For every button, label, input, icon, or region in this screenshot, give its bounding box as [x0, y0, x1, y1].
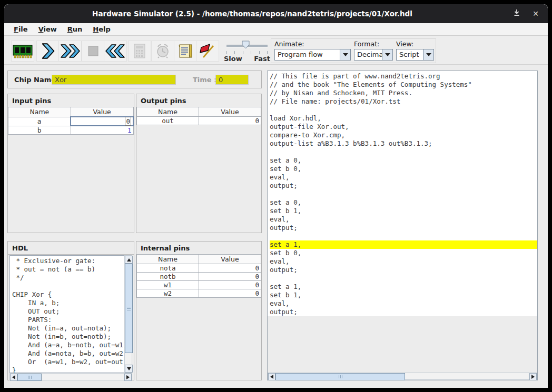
scroll-down-arrow[interactable]	[125, 365, 133, 373]
window-title: Hardware Simulator (2.5) - /home/thomas/…	[4, 4, 500, 23]
pin-row: b1	[8, 126, 134, 135]
menu-item-run[interactable]: Run	[62, 25, 88, 33]
menu-item-file[interactable]: File	[8, 25, 33, 33]
hdl-line: And (a=a, b=notb, out=w1);	[12, 341, 124, 349]
slider-thumb[interactable]	[242, 41, 250, 49]
step-forward-icon	[40, 43, 56, 59]
scroll-right-arrow[interactable]	[124, 374, 132, 381]
minimize-icon[interactable]	[511, 8, 523, 19]
hscroll-thumb[interactable]	[275, 373, 405, 380]
slider-ticks	[226, 51, 268, 54]
clock-button	[151, 41, 174, 62]
chevron-down-icon[interactable]	[423, 49, 433, 60]
speed-slider[interactable]: Slow Fast	[224, 38, 270, 63]
pin-row: a0	[8, 117, 134, 126]
script-line: set b 0,	[270, 165, 537, 173]
hdl-line: Not (in=b, out=notb);	[12, 333, 124, 341]
output-pins-title: Output pins	[136, 94, 261, 107]
script-panel: // This file is part of www.nand2tetris.…	[267, 71, 538, 380]
hdl-line	[12, 282, 124, 290]
column-header-value: Value	[199, 107, 261, 117]
hscroll-thumb[interactable]	[17, 374, 42, 381]
run-button[interactable]	[58, 41, 82, 62]
script-line: // This file is part of www.nand2tetris.…	[270, 72, 537, 81]
chevron-down-icon[interactable]	[382, 49, 392, 60]
scroll-right-arrow[interactable]	[529, 373, 537, 380]
app-window: Hardware Simulator (2.5) - /home/thomas/…	[4, 4, 548, 388]
script-line: eval,	[270, 257, 537, 266]
hdl-line: CHIP Xor {	[12, 290, 124, 299]
pin-value-field[interactable]: 0	[199, 117, 261, 125]
script-line: set a 0,	[270, 156, 537, 165]
script-line: set a 0,	[270, 198, 537, 207]
pin-value-field[interactable]: 0	[199, 273, 261, 281]
combo-group: Animate: Program flow Format: Decimal Vi…	[271, 38, 436, 63]
script-line: set a 1,	[270, 240, 537, 249]
load-chip-button[interactable]	[11, 41, 34, 62]
red-flag-icon	[199, 43, 216, 59]
calculator-button	[128, 41, 151, 62]
script-line: set b 0,	[270, 249, 537, 257]
hdl-line: * Exclusive-or gate:	[12, 257, 124, 265]
input-pins-table: NameValuea0b1	[8, 107, 134, 135]
single-step-button[interactable]	[36, 41, 60, 62]
close-icon[interactable]: ✕	[530, 8, 541, 19]
menu-item-view[interactable]: View	[33, 25, 62, 33]
menu-bar: FileViewRunHelp	[4, 23, 548, 36]
pin-name: notb	[137, 273, 199, 281]
column-header-name: Name	[137, 107, 199, 117]
format-select[interactable]: Decimal	[354, 49, 393, 61]
hdl-line: PARTS:	[12, 316, 124, 324]
pin-value-field[interactable]: 0	[71, 117, 133, 126]
scroll-left-arrow[interactable]	[10, 374, 17, 381]
view-select[interactable]: Script	[396, 49, 434, 61]
time-field: 0	[215, 75, 249, 85]
hdl-line: And (a=nota, b=b, out=w2);	[12, 349, 124, 358]
scroll-up-arrow[interactable]	[125, 256, 133, 264]
title-bar[interactable]: Hardware Simulator (2.5) - /home/thomas/…	[4, 4, 548, 23]
breakpoints-button[interactable]	[196, 41, 219, 62]
column-header-name: Name	[8, 107, 71, 117]
script-line: load Xor.hdl,	[270, 114, 537, 123]
chip-icon	[13, 43, 33, 59]
pin-name: a	[8, 117, 71, 126]
format-value: Decimal	[357, 51, 385, 58]
pin-row: out0	[137, 117, 261, 125]
script-line: eval,	[270, 299, 537, 308]
output-pins-table: NameValueout0	[136, 107, 261, 125]
menu-item-help[interactable]: Help	[87, 25, 115, 33]
hdl-code[interactable]: * Exclusive-or gate: * out = not (a == b…	[9, 255, 125, 373]
pin-value-field[interactable]: 0	[199, 264, 261, 273]
script-hscrollbar[interactable]	[268, 373, 537, 380]
reset-button[interactable]	[104, 41, 127, 62]
chevron-down-icon[interactable]	[340, 49, 350, 60]
script-lines: // This file is part of www.nand2tetris.…	[268, 71, 537, 316]
script-line	[270, 106, 537, 114]
pin-value-editor[interactable]: 0	[125, 117, 131, 126]
chip-name-field[interactable]: Xor	[52, 75, 176, 85]
pin-value-field[interactable]: 0	[199, 281, 261, 289]
script-line: output;	[270, 182, 537, 190]
slider-fast-label: Fast	[254, 55, 270, 63]
column-header-value: Value	[71, 107, 133, 117]
fast-forward-icon	[60, 43, 81, 59]
vscroll-thumb[interactable]	[125, 264, 133, 353]
animate-select[interactable]: Program flow	[274, 49, 351, 61]
column-header-name: Name	[137, 255, 199, 264]
input-pins-panel: Input pins NameValuea0b1	[7, 94, 134, 233]
scroll-left-arrow[interactable]	[268, 373, 275, 380]
script-line: output;	[270, 224, 537, 232]
calculator-icon	[132, 43, 147, 59]
hdl-vscrollbar[interactable]	[124, 255, 132, 373]
hdl-hscrollbar[interactable]	[9, 373, 132, 380]
pin-value-field[interactable]: 0	[199, 289, 261, 298]
internal-pins-panel: Internal pins NameValuenota0notb0w10w20	[136, 241, 262, 380]
pin-name: w1	[137, 281, 199, 289]
pin-value-field[interactable]: 1	[71, 126, 133, 135]
hdl-line: OUT out;	[12, 307, 124, 316]
pin-row: w20	[137, 289, 261, 298]
hdl-line: * out = not (a == b)	[12, 265, 124, 274]
script-line: // File name: projects/01/Xor.tst	[270, 97, 537, 106]
load-script-button[interactable]	[174, 41, 197, 62]
script-view[interactable]: // This file is part of www.nand2tetris.…	[268, 71, 537, 366]
